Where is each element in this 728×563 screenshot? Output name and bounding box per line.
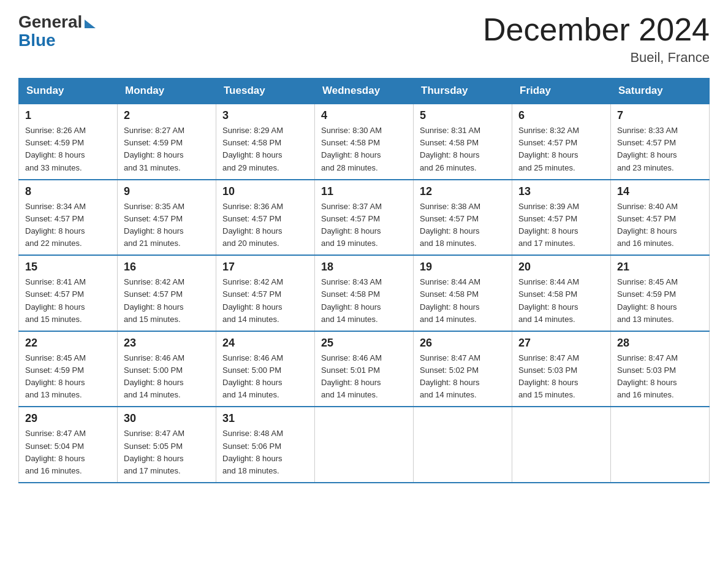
logo-general-text: General	[18, 12, 82, 32]
day-number: 9	[124, 185, 210, 198]
col-saturday: Saturday	[611, 79, 710, 104]
day-info: Sunrise: 8:45 AMSunset: 4:59 PMDaylight:…	[617, 277, 678, 323]
day-info: Sunrise: 8:46 AMSunset: 5:00 PMDaylight:…	[124, 353, 184, 399]
col-monday: Monday	[118, 79, 216, 104]
calendar-day: 3 Sunrise: 8:29 AMSunset: 4:58 PMDayligh…	[216, 104, 315, 180]
day-number: 15	[25, 261, 111, 274]
calendar-table: Sunday Monday Tuesday Wednesday Thursday…	[18, 78, 710, 483]
day-info: Sunrise: 8:29 AMSunset: 4:58 PMDaylight:…	[222, 126, 283, 172]
calendar-week-1: 1 Sunrise: 8:26 AMSunset: 4:59 PMDayligh…	[19, 104, 710, 180]
day-info: Sunrise: 8:31 AMSunset: 4:58 PMDaylight:…	[420, 126, 480, 172]
day-number: 21	[617, 261, 703, 274]
calendar-day: 25 Sunrise: 8:46 AMSunset: 5:01 PMDaylig…	[315, 331, 414, 407]
day-info: Sunrise: 8:46 AMSunset: 5:01 PMDaylight:…	[321, 353, 382, 399]
day-number: 26	[420, 337, 506, 350]
day-info: Sunrise: 8:39 AMSunset: 4:57 PMDaylight:…	[518, 202, 579, 248]
calendar-day: 18 Sunrise: 8:43 AMSunset: 4:58 PMDaylig…	[315, 255, 414, 331]
day-info: Sunrise: 8:45 AMSunset: 4:59 PMDaylight:…	[25, 353, 86, 399]
day-info: Sunrise: 8:37 AMSunset: 4:57 PMDaylight:…	[321, 202, 382, 248]
day-number: 13	[518, 185, 604, 198]
calendar-week-5: 29 Sunrise: 8:47 AMSunset: 5:04 PMDaylig…	[19, 407, 710, 483]
day-number: 11	[321, 185, 407, 198]
calendar-day: 31 Sunrise: 8:48 AMSunset: 5:06 PMDaylig…	[216, 407, 315, 483]
day-number: 31	[222, 412, 308, 425]
day-number: 2	[124, 109, 210, 122]
day-info: Sunrise: 8:26 AMSunset: 4:59 PMDaylight:…	[25, 126, 86, 172]
day-info: Sunrise: 8:44 AMSunset: 4:58 PMDaylight:…	[518, 277, 579, 323]
calendar-day: 5 Sunrise: 8:31 AMSunset: 4:58 PMDayligh…	[414, 104, 512, 180]
logo-blue-text: Blue	[18, 31, 56, 50]
day-info: Sunrise: 8:47 AMSunset: 5:03 PMDaylight:…	[617, 353, 678, 399]
calendar-day: 19 Sunrise: 8:44 AMSunset: 4:58 PMDaylig…	[414, 255, 512, 331]
day-number: 17	[222, 261, 308, 274]
day-info: Sunrise: 8:46 AMSunset: 5:00 PMDaylight:…	[222, 353, 283, 399]
calendar-day: 14 Sunrise: 8:40 AMSunset: 4:57 PMDaylig…	[611, 180, 710, 256]
calendar-week-4: 22 Sunrise: 8:45 AMSunset: 4:59 PMDaylig…	[19, 331, 710, 407]
header-row: Sunday Monday Tuesday Wednesday Thursday…	[19, 79, 710, 104]
calendar-day: 28 Sunrise: 8:47 AMSunset: 5:03 PMDaylig…	[611, 331, 710, 407]
day-number: 10	[222, 185, 308, 198]
day-info: Sunrise: 8:42 AMSunset: 4:57 PMDaylight:…	[222, 277, 283, 323]
day-number: 20	[518, 261, 604, 274]
day-number: 8	[25, 185, 111, 198]
day-info: Sunrise: 8:35 AMSunset: 4:57 PMDaylight:…	[124, 202, 184, 248]
day-number: 3	[222, 109, 308, 122]
day-info: Sunrise: 8:27 AMSunset: 4:59 PMDaylight:…	[124, 126, 184, 172]
calendar-day	[512, 407, 611, 483]
calendar-week-2: 8 Sunrise: 8:34 AMSunset: 4:57 PMDayligh…	[19, 180, 710, 256]
day-info: Sunrise: 8:40 AMSunset: 4:57 PMDaylight:…	[617, 202, 678, 248]
day-number: 4	[321, 109, 407, 122]
calendar-week-3: 15 Sunrise: 8:41 AMSunset: 4:57 PMDaylig…	[19, 255, 710, 331]
title-area: December 2024 Bueil, France	[483, 12, 710, 66]
calendar-day: 12 Sunrise: 8:38 AMSunset: 4:57 PMDaylig…	[414, 180, 512, 256]
day-number: 28	[617, 337, 703, 350]
calendar-day: 16 Sunrise: 8:42 AMSunset: 4:57 PMDaylig…	[118, 255, 216, 331]
day-info: Sunrise: 8:43 AMSunset: 4:58 PMDaylight:…	[321, 277, 382, 323]
day-number: 16	[124, 261, 210, 274]
calendar-day: 11 Sunrise: 8:37 AMSunset: 4:57 PMDaylig…	[315, 180, 414, 256]
col-wednesday: Wednesday	[315, 79, 414, 104]
calendar-day: 4 Sunrise: 8:30 AMSunset: 4:58 PMDayligh…	[315, 104, 414, 180]
calendar-day: 8 Sunrise: 8:34 AMSunset: 4:57 PMDayligh…	[19, 180, 118, 256]
calendar-day: 20 Sunrise: 8:44 AMSunset: 4:58 PMDaylig…	[512, 255, 611, 331]
day-info: Sunrise: 8:38 AMSunset: 4:57 PMDaylight:…	[420, 202, 480, 248]
calendar-day: 2 Sunrise: 8:27 AMSunset: 4:59 PMDayligh…	[118, 104, 216, 180]
calendar-day: 24 Sunrise: 8:46 AMSunset: 5:00 PMDaylig…	[216, 331, 315, 407]
calendar-day: 17 Sunrise: 8:42 AMSunset: 4:57 PMDaylig…	[216, 255, 315, 331]
day-info: Sunrise: 8:41 AMSunset: 4:57 PMDaylight:…	[25, 277, 86, 323]
calendar-day: 1 Sunrise: 8:26 AMSunset: 4:59 PMDayligh…	[19, 104, 118, 180]
day-number: 6	[518, 109, 604, 122]
day-number: 24	[222, 337, 308, 350]
day-number: 14	[617, 185, 703, 198]
day-number: 22	[25, 337, 111, 350]
day-info: Sunrise: 8:33 AMSunset: 4:57 PMDaylight:…	[617, 126, 678, 172]
calendar-day: 6 Sunrise: 8:32 AMSunset: 4:57 PMDayligh…	[512, 104, 611, 180]
day-number: 18	[321, 261, 407, 274]
calendar-day: 10 Sunrise: 8:36 AMSunset: 4:57 PMDaylig…	[216, 180, 315, 256]
logo-arrow-icon	[85, 20, 96, 28]
day-info: Sunrise: 8:34 AMSunset: 4:57 PMDaylight:…	[25, 202, 86, 248]
calendar-day: 27 Sunrise: 8:47 AMSunset: 5:03 PMDaylig…	[512, 331, 611, 407]
day-info: Sunrise: 8:47 AMSunset: 5:04 PMDaylight:…	[25, 429, 86, 475]
location-text: Bueil, France	[483, 50, 710, 66]
calendar-day: 26 Sunrise: 8:47 AMSunset: 5:02 PMDaylig…	[414, 331, 512, 407]
day-info: Sunrise: 8:47 AMSunset: 5:05 PMDaylight:…	[124, 429, 184, 475]
col-tuesday: Tuesday	[216, 79, 315, 104]
calendar-day: 29 Sunrise: 8:47 AMSunset: 5:04 PMDaylig…	[19, 407, 118, 483]
day-info: Sunrise: 8:42 AMSunset: 4:57 PMDaylight:…	[124, 277, 184, 323]
calendar-day	[611, 407, 710, 483]
calendar-day: 23 Sunrise: 8:46 AMSunset: 5:00 PMDaylig…	[118, 331, 216, 407]
col-friday: Friday	[512, 79, 611, 104]
day-info: Sunrise: 8:47 AMSunset: 5:02 PMDaylight:…	[420, 353, 480, 399]
day-number: 27	[518, 337, 604, 350]
logo: General Blue	[18, 12, 96, 50]
calendar-day	[414, 407, 512, 483]
day-info: Sunrise: 8:32 AMSunset: 4:57 PMDaylight:…	[518, 126, 579, 172]
day-number: 12	[420, 185, 506, 198]
day-info: Sunrise: 8:30 AMSunset: 4:58 PMDaylight:…	[321, 126, 382, 172]
calendar-day: 7 Sunrise: 8:33 AMSunset: 4:57 PMDayligh…	[611, 104, 710, 180]
day-number: 7	[617, 109, 703, 122]
day-number: 30	[124, 412, 210, 425]
day-number: 1	[25, 109, 111, 122]
month-title: December 2024	[483, 12, 710, 47]
